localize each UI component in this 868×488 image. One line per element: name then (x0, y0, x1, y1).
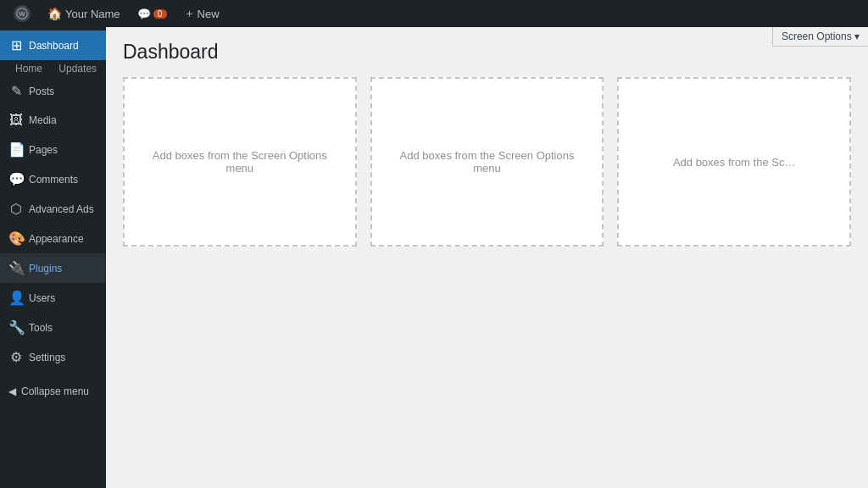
admin-menu: ⊞ Dashboard Home Updates ✎ Posts (0, 27, 106, 372)
collapse-label: Collapse menu (21, 385, 89, 397)
sidebar-item-media[interactable]: 🖼 Media (0, 106, 106, 135)
advanced-ads-label: Advanced Ads (29, 203, 94, 215)
sidebar-item-plugins[interactable]: 🔌 Plugins Installed Plugins Add New Plug… (0, 253, 106, 283)
posts-label: Posts (29, 86, 54, 97)
sidebar-item-posts[interactable]: ✎ Posts (0, 76, 106, 106)
pages-icon: 📄 (8, 141, 24, 158)
media-icon: 🖼 (8, 113, 24, 128)
tools-icon: 🔧 (8, 319, 24, 336)
pages-label: Pages (29, 144, 58, 156)
home-sub-label: Home (15, 63, 42, 75)
appearance-icon: 🎨 (8, 230, 24, 247)
dashboard-box-3: Add boxes from the Sc… (617, 77, 851, 247)
settings-icon: ⚙ (8, 349, 24, 365)
plugins-label: Plugins (29, 263, 62, 274)
appearance-label: Appearance (29, 233, 84, 245)
site-name-label: Your Name (65, 8, 120, 20)
screen-options-label: Screen Options (782, 30, 852, 42)
sidebar-item-advanced-ads[interactable]: ⬡ Advanced Ads (0, 194, 106, 224)
sidebar-item-comments[interactable]: 💬 Comments (0, 164, 106, 194)
new-button[interactable]: ＋ New (177, 6, 226, 21)
sidebar-item-pages[interactable]: 📄 Pages (0, 135, 106, 164)
admin-bar: W 🏠 Your Name 💬 0 ＋ New (0, 0, 868, 27)
dashboard-grid: Add boxes from the Screen Options menu A… (123, 77, 851, 247)
main-content: Screen Options ▾ Dashboard Add boxes fro… (106, 27, 868, 488)
updates-sub-label: Updates (58, 63, 97, 75)
collapse-icon: ◀ (8, 385, 16, 397)
tools-label: Tools (29, 322, 53, 334)
sidebar-updates-link[interactable]: Updates (52, 59, 103, 78)
wp-logo-icon: W (14, 5, 31, 22)
users-label: Users (29, 292, 55, 304)
sidebar-home-link[interactable]: Home (8, 59, 52, 78)
comment-icon: 💬 (137, 8, 151, 20)
dashboard-box-2: Add boxes from the Screen Options menu (370, 77, 604, 247)
page-title: Dashboard (123, 41, 851, 64)
collapse-menu-button[interactable]: ◀ Collapse menu (0, 379, 106, 404)
screen-options-button[interactable]: Screen Options ▾ (772, 27, 868, 47)
plugins-icon: 🔌 (8, 260, 24, 276)
posts-icon: ✎ (8, 83, 24, 99)
new-label: New (198, 8, 220, 20)
dashboard-label: Dashboard (29, 40, 79, 52)
comments-icon: 💬 (8, 171, 24, 187)
advanced-ads-icon: ⬡ (8, 201, 24, 217)
box1-text: Add boxes from the Screen Options menu (138, 149, 342, 175)
box3-text: Add boxes from the Sc… (673, 156, 796, 169)
sidebar-item-users[interactable]: 👤 Users (0, 283, 106, 313)
home-icon: 🏠 (47, 7, 62, 20)
plus-icon: ＋ (184, 6, 195, 21)
comments-count-badge: 0 (153, 9, 167, 19)
site-name-button[interactable]: 🏠 Your Name (41, 0, 127, 27)
sidebar-item-tools[interactable]: 🔧 Tools (0, 313, 106, 342)
sidebar-item-settings[interactable]: ⚙ Settings (0, 342, 106, 372)
dashboard-box-1: Add boxes from the Screen Options menu (123, 77, 357, 247)
sidebar: ⊞ Dashboard Home Updates ✎ Posts (0, 27, 106, 488)
svg-text:W: W (19, 10, 25, 18)
dashboard-submenu: Home Updates (0, 60, 106, 76)
wp-logo-button[interactable]: W (7, 0, 37, 27)
comments-button[interactable]: 💬 0 (131, 0, 174, 27)
wp-wrap: ⊞ Dashboard Home Updates ✎ Posts (0, 0, 868, 488)
settings-label: Settings (29, 352, 65, 363)
media-label: Media (29, 114, 57, 126)
sidebar-item-dashboard[interactable]: ⊞ Dashboard (0, 30, 106, 60)
comments-label: Comments (29, 174, 78, 186)
users-icon: 👤 (8, 290, 24, 306)
sidebar-item-appearance[interactable]: 🎨 Appearance (0, 224, 106, 253)
dashboard-icon: ⊞ (8, 37, 24, 53)
box2-text: Add boxes from the Screen Options menu (386, 149, 589, 175)
